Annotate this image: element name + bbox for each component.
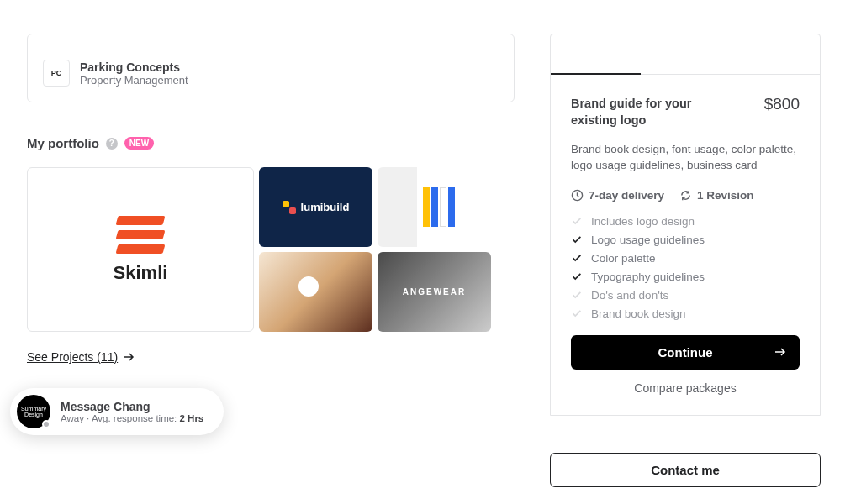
check-icon: [571, 252, 583, 264]
package-tabs: [551, 34, 820, 75]
check-icon: [571, 307, 583, 319]
portfolio-thumb-2[interactable]: lumibuild: [259, 167, 372, 247]
feature-row: Logo usage guidelines: [571, 234, 800, 246]
help-icon[interactable]: ?: [106, 138, 118, 150]
clients-card: Among my clients ? New PC Parking Concep…: [27, 34, 515, 102]
portfolio-header: My portfolio ? NEW: [27, 136, 515, 150]
revisions-icon: [679, 189, 692, 202]
client-row: PC Parking Concepts Property Management: [43, 60, 499, 87]
feature-row: Color palette: [571, 252, 800, 265]
package-tab-3[interactable]: [730, 34, 820, 75]
portfolio-grid: Skimli lumibuild ANGEWEAR: [27, 167, 515, 332]
arrow-right-icon: [774, 348, 786, 356]
lumibuild-icon: [283, 201, 296, 214]
package-description: Brand book design, font usage, color pal…: [571, 141, 800, 174]
client-logo: PC: [43, 60, 70, 87]
delivery-time: 7-day delivery: [571, 189, 664, 202]
portfolio-thumb-5[interactable]: ANGEWEAR: [378, 252, 491, 332]
arrow-right-icon: [123, 353, 135, 361]
client-name: Parking Concepts: [80, 60, 188, 74]
revisions-count: 1 Revision: [679, 189, 754, 202]
portfolio-thumb-main[interactable]: Skimli: [27, 167, 254, 332]
feature-row: Includes logo design: [571, 215, 800, 228]
continue-button[interactable]: Continue: [571, 335, 800, 370]
status-dot-icon: [42, 420, 50, 428]
avatar: Summary Design: [17, 395, 50, 428]
check-icon: [571, 234, 583, 245]
chat-meta: Away · Avg. response time: 2 Hrs: [61, 413, 203, 423]
portfolio-brand-angewear: ANGEWEAR: [403, 287, 466, 297]
portfolio-brand-skimli: Skimli: [114, 262, 168, 284]
package-tab-1[interactable]: [551, 34, 641, 75]
package-tab-2[interactable]: [641, 34, 731, 75]
feature-row: Brand book design: [571, 307, 800, 320]
contact-me-button[interactable]: Contact me: [550, 453, 821, 487]
package-title: Brand guide for your existing logo: [571, 95, 731, 129]
message-seller-pill[interactable]: Summary Design Message Chang Away · Avg.…: [10, 388, 224, 435]
package-price: $800: [764, 95, 800, 113]
feature-row: Typography guidelines: [571, 270, 800, 283]
chat-title: Message Chang: [61, 400, 203, 413]
new-badge: NEW: [124, 137, 154, 150]
check-icon: [571, 270, 583, 282]
feature-row: Do's and don'ts: [571, 289, 800, 302]
check-icon: [571, 289, 583, 301]
portfolio-thumb-4[interactable]: [259, 252, 372, 332]
compare-packages-link[interactable]: Compare packages: [571, 381, 800, 395]
client-desc: Property Management: [80, 74, 188, 87]
clock-icon: [571, 189, 584, 202]
portfolio-thumb-3[interactable]: [378, 167, 491, 247]
portfolio-title: My portfolio: [27, 136, 99, 150]
package-card: Brand guide for your existing logo $800 …: [550, 34, 821, 416]
portfolio-brand-lumibuild: lumibuild: [301, 201, 350, 213]
check-icon: [571, 215, 583, 227]
see-projects-link[interactable]: See Projects (11): [27, 350, 135, 364]
features-list: Includes logo designLogo usage guideline…: [571, 215, 800, 320]
